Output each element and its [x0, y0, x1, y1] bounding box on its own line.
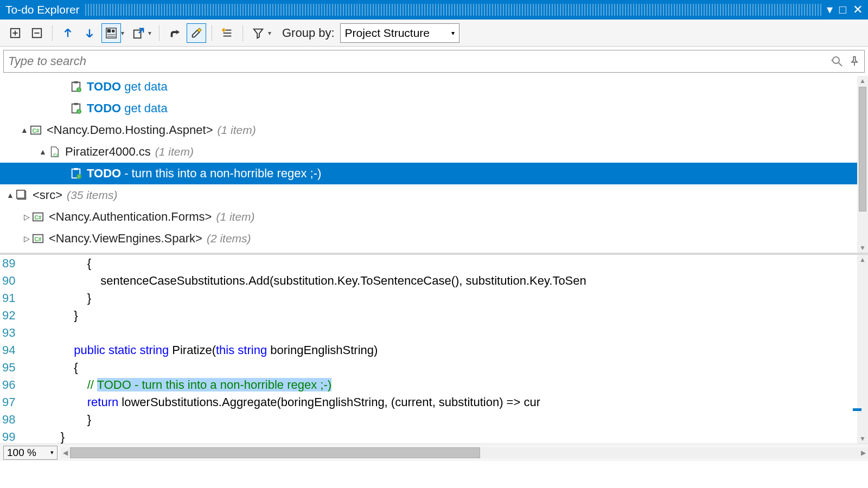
project-node[interactable]: ▷ C# <Nancy.Authentication.Forms> (1 ite…: [0, 206, 868, 228]
highlight-button[interactable]: [187, 23, 206, 43]
scroll-down-icon[interactable]: ▼: [858, 243, 867, 253]
filter-dropdown-icon[interactable]: ▾: [268, 29, 271, 37]
status-bar: 100 % ▾ ◀ ▶: [0, 444, 868, 461]
collapse-icon[interactable]: ▲: [5, 191, 15, 200]
todo-icon: i: [69, 102, 82, 115]
prev-item-button[interactable]: [58, 23, 78, 43]
svg-rect-6: [107, 29, 111, 32]
window-menu-icon[interactable]: ▾: [827, 3, 833, 17]
show-preview-button[interactable]: [101, 23, 121, 43]
search-icon[interactable]: [831, 55, 844, 68]
svg-text:C#: C#: [33, 128, 40, 134]
export-dropdown-icon[interactable]: ▾: [148, 29, 151, 37]
scroll-left-icon[interactable]: ◀: [61, 449, 70, 457]
title-bar-grip[interactable]: [85, 4, 822, 16]
svg-rect-30: [74, 168, 78, 170]
collapse-icon[interactable]: ▲: [38, 147, 48, 156]
todo-icon: i: [69, 167, 82, 180]
todo-tree: i TODO get data i TODO get data ▲ C# <Na…: [0, 76, 868, 255]
group-by-label: Group by:: [282, 26, 335, 40]
line-number-gutter: 899091 929394 959697 9899: [0, 255, 21, 444]
svg-rect-23: [74, 103, 78, 105]
csharp-project-icon: C#: [29, 124, 42, 137]
svg-text:C#: C#: [53, 153, 59, 158]
code-line[interactable]: {: [21, 359, 857, 376]
collapse-all-button[interactable]: [27, 23, 47, 43]
code-scrollbar-horizontal[interactable]: ◀ ▶: [61, 447, 868, 458]
code-line[interactable]: // TODO - turn this into a non-horrible …: [21, 376, 857, 394]
code-line[interactable]: {: [21, 255, 857, 272]
code-line[interactable]: }: [21, 411, 857, 428]
close-icon[interactable]: ✕: [853, 3, 863, 17]
file-node[interactable]: ▲ C# Piratizer4000.cs (1 item): [0, 141, 868, 163]
code-line[interactable]: }: [21, 290, 857, 307]
scroll-down-icon[interactable]: ▼: [858, 434, 867, 444]
search-box[interactable]: [3, 50, 865, 73]
svg-rect-9: [107, 36, 116, 37]
filter-button[interactable]: [248, 23, 268, 43]
title-bar: To-do Explorer ▾ □ ✕: [0, 0, 868, 20]
project-node[interactable]: ▷ C# <Nancy> (32 items): [0, 249, 868, 255]
group-by-select[interactable]: Project Structure ▾: [340, 23, 459, 43]
pin-icon[interactable]: [849, 56, 860, 67]
svg-point-7: [112, 29, 115, 33]
chevron-down-icon: ▾: [451, 29, 455, 37]
csharp-project-icon: C#: [31, 251, 44, 255]
folder-node[interactable]: ▲ <src> (35 items): [0, 184, 868, 206]
code-line[interactable]: [21, 324, 857, 342]
options-button[interactable]: [165, 23, 184, 43]
svg-rect-34: [17, 190, 25, 198]
export-button[interactable]: [129, 23, 148, 43]
code-line[interactable]: }: [21, 307, 857, 324]
preview-dropdown-icon[interactable]: ▾: [121, 29, 124, 37]
code-marker[interactable]: [853, 408, 861, 411]
code-line[interactable]: sentenceCaseSubstitutions.Add(substituti…: [21, 272, 857, 290]
toolbar: ▾ ▾ ▾ Group by: Project Structure ▾: [0, 20, 868, 47]
csharp-file-icon: C#: [48, 145, 61, 158]
todo-item[interactable]: i TODO get data: [0, 76, 868, 98]
expand-icon[interactable]: ▷: [22, 234, 31, 243]
svg-text:C#: C#: [35, 236, 42, 242]
configure-button[interactable]: [218, 23, 237, 43]
scroll-up-icon[interactable]: ▲: [858, 255, 867, 265]
code-preview: 899091 929394 959697 9899 { sentenceCase…: [0, 255, 868, 444]
csharp-project-icon: C#: [31, 210, 44, 223]
svg-rect-8: [107, 34, 116, 35]
csharp-project-icon: C#: [31, 232, 44, 245]
expand-all-button[interactable]: [5, 23, 25, 43]
svg-text:C#: C#: [35, 215, 42, 221]
window-title: To-do Explorer: [5, 3, 80, 16]
code-line[interactable]: }: [21, 428, 857, 444]
project-node[interactable]: ▷ C# <Nancy.ViewEngines.Spark> (2 items): [0, 228, 868, 249]
scrollbar-thumb[interactable]: [70, 447, 480, 458]
todo-icon: i: [69, 80, 82, 93]
scroll-right-icon[interactable]: ▶: [859, 449, 868, 457]
group-by-value: Project Structure: [345, 27, 430, 40]
svg-point-14: [833, 57, 839, 63]
collapse-icon[interactable]: ▲: [20, 126, 29, 134]
todo-item[interactable]: i TODO get data: [0, 98, 868, 119]
next-item-button[interactable]: [80, 23, 99, 43]
maximize-icon[interactable]: □: [839, 3, 846, 17]
code-line[interactable]: return lowerSubstitutions.Aggregate(bori…: [21, 394, 857, 411]
scroll-up-icon[interactable]: ▲: [858, 76, 867, 86]
zoom-select[interactable]: 100 % ▾: [3, 446, 58, 460]
code-scrollbar-vertical[interactable]: ▲ ▼: [857, 255, 868, 444]
expand-icon[interactable]: ▷: [22, 213, 31, 221]
scrollbar-thumb[interactable]: [859, 87, 866, 211]
todo-item-selected[interactable]: i TODO - turn this into a non-horrible r…: [0, 163, 868, 184]
project-node[interactable]: ▲ C# <Nancy.Demo.Hosting.Aspnet> (1 item…: [0, 119, 868, 141]
folder-icon: [15, 189, 28, 202]
code-content[interactable]: { sentenceCaseSubstitutions.Add(substitu…: [21, 255, 857, 444]
svg-line-15: [839, 63, 842, 66]
tree-scrollbar[interactable]: ▲ ▼: [857, 76, 868, 253]
chevron-down-icon: ▾: [50, 449, 54, 456]
code-line[interactable]: public static string Piratize(this strin…: [21, 342, 857, 359]
search-input[interactable]: [8, 54, 831, 68]
svg-rect-19: [74, 81, 78, 84]
